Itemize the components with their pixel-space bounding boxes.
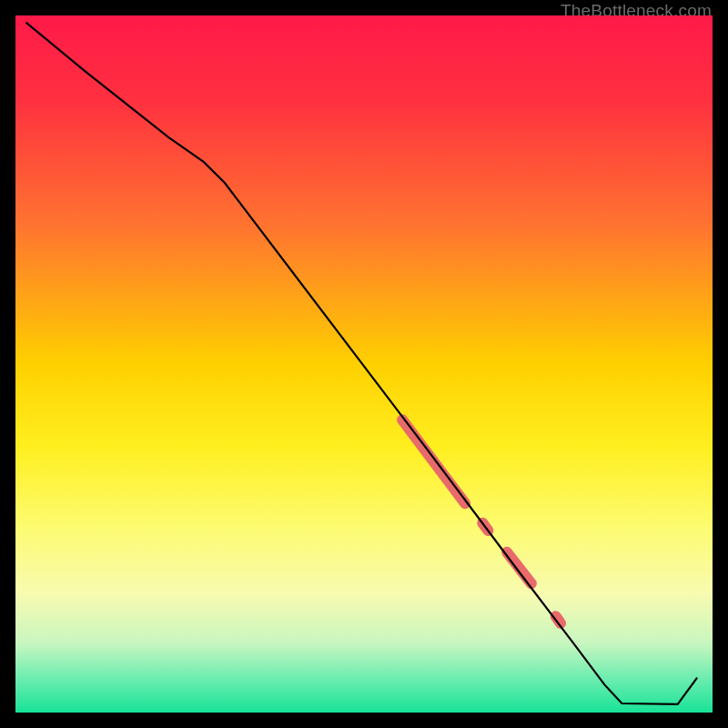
chart-frame [15,15,713,713]
gradient-background [15,15,713,713]
bottleneck-chart [15,15,713,713]
